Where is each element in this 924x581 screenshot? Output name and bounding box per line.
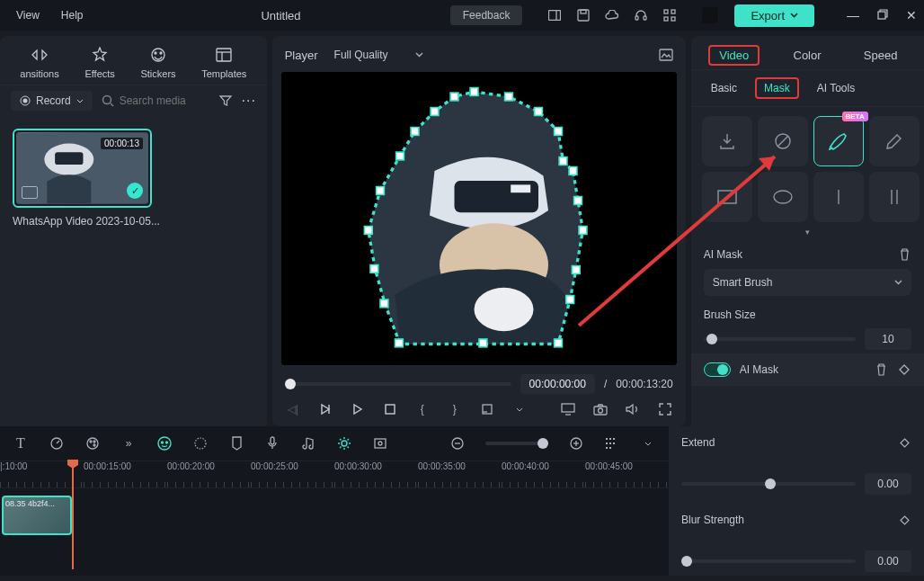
play-icon[interactable] [350,401,366,417]
crop-icon[interactable] [479,401,495,417]
tab-color[interactable]: Color [785,45,831,66]
blur-slider[interactable] [681,559,856,563]
timeline-ruler[interactable]: |:10:0000:00:15:0000:00:20:0000:00:25:00… [0,461,669,488]
mask-line-single[interactable] [813,172,864,222]
layout-icon[interactable] [547,8,562,22]
play-pause-icon[interactable] [317,401,333,417]
mask-rectangle[interactable] [702,172,752,222]
speed-tool-icon[interactable] [49,435,65,451]
camera-icon[interactable] [592,401,609,417]
clip-type-icon [22,186,38,199]
extend-value[interactable]: 0.00 [865,473,911,495]
svg-rect-7 [671,10,675,13]
svg-rect-45 [573,197,582,205]
mask-line-double[interactable] [869,172,920,222]
zoom-in-icon[interactable] [568,435,584,451]
timeline-track[interactable]: 08.35 4b2f4... [0,488,669,542]
tab-speed[interactable]: Speed [855,45,907,66]
mask-ellipse[interactable] [758,172,808,222]
audio-icon[interactable] [300,435,316,451]
minimize-icon[interactable]: — [847,8,859,22]
svg-point-70 [93,444,95,446]
tab-stickers[interactable]: Stickers [140,45,175,79]
svg-point-58 [598,408,602,413]
record-button[interactable]: Record [11,91,93,111]
keyframe-toggle-icon[interactable] [897,362,911,377]
tab-ai-tools[interactable]: AI Tools [810,79,862,97]
view-chevron-icon[interactable] [640,435,656,451]
timeline-clip[interactable]: 08.35 4b2f4... [2,496,72,535]
menu-view[interactable]: View [16,9,40,22]
tab-transitions[interactable]: ansitions [20,45,58,79]
cloud-icon[interactable] [605,8,619,22]
media-clip[interactable]: 00:00:13 ✓ [13,129,152,208]
tab-basic[interactable]: Basic [704,79,744,97]
keyframe-blur-icon[interactable] [897,513,911,527]
svg-rect-2 [578,10,589,21]
display-icon[interactable] [560,401,576,417]
ai-mask-select[interactable]: Smart Brush [704,269,911,296]
brush-size-value[interactable]: 10 [865,328,911,350]
delete-toggle-icon[interactable] [874,362,888,377]
keyframe-extend-icon[interactable] [897,435,911,450]
mask-brush[interactable]: BETA [813,116,864,166]
crop-tool-icon[interactable] [372,435,388,451]
search-input-wrap[interactable] [102,94,209,107]
tab-mask[interactable]: Mask [755,77,799,99]
snapshot-icon[interactable] [659,48,673,62]
prev-frame-icon[interactable]: ◁| [285,401,301,417]
feedback-button[interactable]: Feedback [450,5,523,25]
quality-select[interactable]: Full Quality [331,47,427,63]
tab-templates[interactable]: Templates [201,45,246,79]
avatar[interactable] [702,7,718,23]
svg-rect-43 [559,157,567,165]
ai-tool-icon[interactable] [156,435,173,451]
mic-icon[interactable] [264,435,280,451]
zoom-slider[interactable] [485,442,548,445]
filter-icon[interactable] [218,94,233,108]
text-tool-icon[interactable]: T [13,435,29,451]
chevron-down-icon[interactable] [511,401,528,417]
playback-slider[interactable] [285,382,511,386]
zoom-out-icon[interactable] [449,435,466,451]
extend-slider[interactable] [681,482,856,486]
svg-rect-55 [562,404,574,412]
playhead[interactable] [72,461,74,569]
mask-import[interactable] [702,116,752,166]
headphones-icon[interactable] [634,8,648,22]
player-viewport[interactable] [281,72,677,365]
mask-pen[interactable] [869,116,920,166]
ai-mask-toggle[interactable] [704,362,731,377]
expand-mask-grid[interactable]: ▾ [691,226,924,238]
svg-rect-6 [664,10,668,13]
maximize-icon[interactable] [877,8,888,22]
view-options-icon[interactable] [604,435,620,451]
color-tool-icon[interactable] [84,435,101,451]
highlight-icon[interactable] [336,435,352,451]
svg-rect-47 [572,266,580,274]
svg-rect-46 [579,227,587,235]
marker-icon[interactable] [228,435,244,451]
export-button[interactable]: Export [734,4,814,27]
brush-size-slider[interactable] [704,337,856,341]
fullscreen-icon[interactable] [657,401,673,417]
volume-icon[interactable] [625,401,641,417]
more-icon[interactable]: ··· [242,94,256,108]
tab-effects[interactable]: Effects [84,45,114,79]
stop-icon[interactable] [382,401,398,417]
search-input[interactable] [120,94,209,107]
delete-ai-mask-icon[interactable] [897,247,911,262]
mask-none[interactable] [758,116,808,166]
adjust-icon[interactable] [192,435,209,451]
menu-help[interactable]: Help [61,9,84,22]
blur-value[interactable]: 0.00 [865,550,911,572]
tab-video[interactable]: Video [708,45,760,66]
mark-out-icon[interactable]: } [447,401,463,417]
save-icon[interactable] [576,8,591,22]
close-icon[interactable]: ✕ [906,8,917,22]
more-tools-icon[interactable]: » [120,435,137,451]
mark-in-icon[interactable]: { [414,401,431,417]
ruler-tick: 00:00:40:00 [502,461,585,487]
apps-icon[interactable] [662,8,677,22]
clip-thumbnail: 00:00:13 ✓ [16,132,148,204]
